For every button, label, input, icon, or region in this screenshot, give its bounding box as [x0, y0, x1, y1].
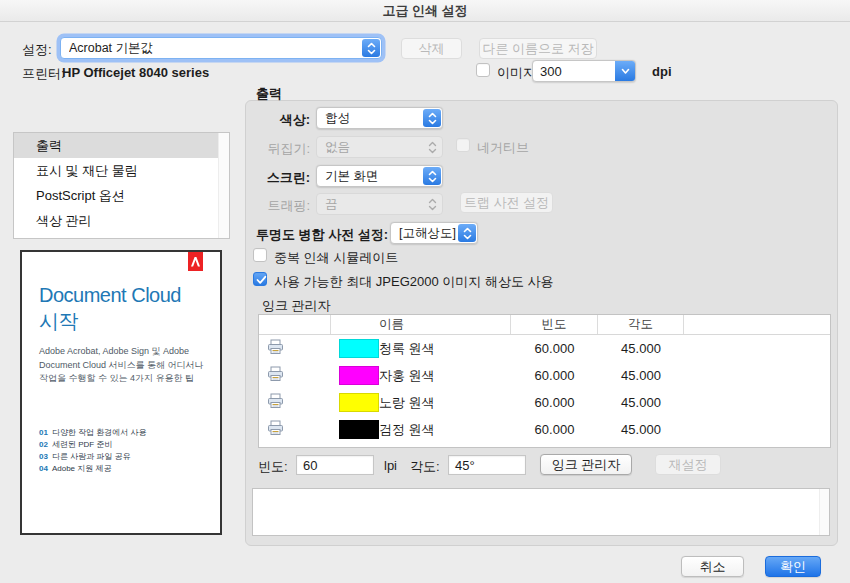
dpi-combo-value: 300 [533, 61, 615, 81]
flip-label: 뒤집기: [255, 140, 310, 158]
frequency-unit-label: lpi [384, 458, 397, 473]
sidebar-item-output[interactable]: 출력 [14, 133, 229, 158]
printer-name: HP Officejet 8040 series [62, 65, 209, 80]
ink-table: 이름 빈도 각도 청록 원색 60.000 45.000 자홍 원색 60.00… [258, 314, 831, 448]
scrollbar-track [819, 489, 829, 535]
ink-name: 노랑 원색 [379, 394, 435, 412]
screen-label: 스크린: [255, 169, 310, 187]
chevron-up-down-icon [428, 194, 437, 214]
flip-popup-value: 없음 [325, 139, 442, 156]
negative-label: 네거티브 [477, 139, 529, 157]
preview-body-text: Adobe Acrobat, Adobe Sign 및 Adobe Docume… [39, 345, 204, 386]
output-group-label: 출력 [256, 85, 282, 103]
frequency-label: 빈도: [258, 458, 288, 476]
ink-table-header-name: 이름 [331, 315, 511, 334]
sidebar-item-color-management[interactable]: 색상 관리 [14, 208, 229, 233]
ink-color-swatch [339, 420, 379, 439]
ink-color-swatch [339, 339, 379, 358]
ink-angle: 45.000 [598, 422, 684, 437]
trapping-popup-value: 끔 [325, 196, 442, 213]
description-box [252, 488, 830, 536]
ink-table-header: 이름 빈도 각도 [259, 315, 830, 335]
printer-label: 프린터: [22, 65, 65, 83]
settings-popup[interactable]: Acrobat 기본값 [60, 37, 382, 59]
angle-input[interactable]: 45° [448, 455, 526, 475]
save-as-button: 다른 이름으로 저장 [479, 38, 597, 59]
ink-table-header-frequency: 빈도 [511, 315, 598, 334]
ink-row-cyan[interactable]: 청록 원색 60.000 45.000 [259, 335, 830, 362]
chevron-up-down-icon [362, 39, 380, 57]
frequency-input[interactable]: 60 [296, 455, 374, 475]
printer-icon[interactable] [267, 420, 284, 439]
ink-row-black[interactable]: 검정 원색 60.000 45.000 [259, 416, 830, 443]
ink-name: 검정 원색 [379, 421, 435, 439]
document-preview: Document Cloud 시작 Adobe Acrobat, Adobe S… [20, 250, 222, 535]
trapping-label: 트래핑: [255, 197, 310, 215]
preview-tips-list: 01다양한 작업 환경에서 사용 02세련된 PDF 준비 03다른 사람과 파… [39, 427, 147, 475]
ink-table-header-icon-col [259, 315, 331, 334]
simulate-overprint-checkbox[interactable] [253, 248, 267, 262]
printer-icon[interactable] [267, 393, 284, 412]
dpi-combo[interactable]: 300 [532, 60, 636, 82]
settings-popup-value: Acrobat 기본값 [69, 40, 381, 57]
ink-frequency: 60.000 [511, 395, 598, 410]
trapping-popup: 끔 [316, 193, 443, 215]
ink-name: 자홍 원색 [379, 367, 435, 385]
screen-popup[interactable]: 기본 화면 [316, 165, 443, 187]
negative-checkbox [456, 138, 470, 152]
ink-name: 청록 원색 [379, 340, 435, 358]
flattener-preset-popup[interactable]: [고해상도] [390, 222, 478, 244]
printer-icon[interactable] [267, 366, 284, 385]
trap-preset-button: 트랩 사전 설정 [460, 192, 553, 213]
settings-label: 설정: [22, 41, 52, 59]
advanced-print-settings-dialog: 고급 인쇄 설정 설정: Acrobat 기본값 삭제 다른 이름으로 저장 프… [0, 0, 850, 583]
cancel-button[interactable]: 취소 [681, 556, 744, 577]
flattener-preset-label: 투명도 병합 사전 설정: [256, 226, 388, 244]
titlebar: 고급 인쇄 설정 [0, 0, 850, 22]
ink-angle: 45.000 [598, 395, 684, 410]
ok-button[interactable]: 확인 [765, 556, 821, 577]
ink-table-header-filler [684, 315, 830, 334]
reset-button: 재설정 [655, 454, 721, 475]
chevron-up-down-icon [423, 167, 441, 185]
sidebar-item-postscript-options[interactable]: PostScript 옵션 [14, 183, 229, 208]
dialog-title: 고급 인쇄 설정 [382, 2, 467, 20]
scrollbar-track [218, 133, 229, 238]
printer-icon[interactable] [267, 339, 284, 358]
ink-table-header-angle: 각도 [598, 315, 684, 334]
ink-manager-section-label: 잉크 관리자 [262, 297, 331, 315]
ink-manager-button[interactable]: 잉크 관리자 [540, 454, 632, 475]
ink-frequency: 60.000 [511, 368, 598, 383]
ink-frequency: 60.000 [511, 341, 598, 356]
jpeg2000-label: 사용 가능한 최대 JPEG2000 이미지 해상도 사용 [274, 273, 554, 291]
print-as-image-checkbox[interactable] [476, 63, 490, 77]
angle-label: 각도: [410, 458, 440, 476]
color-popup[interactable]: 합성 [316, 107, 443, 129]
ink-angle: 45.000 [598, 341, 684, 356]
delete-button: 삭제 [401, 38, 462, 59]
adobe-logo-icon [188, 252, 203, 271]
ink-row-magenta[interactable]: 자홍 원색 60.000 45.000 [259, 362, 830, 389]
dpi-unit-label: dpi [652, 64, 672, 79]
chevron-down-icon[interactable] [615, 61, 635, 81]
ink-frequency: 60.000 [511, 422, 598, 437]
color-label: 색상: [255, 111, 310, 129]
preview-title: Document Cloud 시작 [39, 282, 181, 334]
chevron-up-down-icon [423, 109, 441, 127]
chevron-up-down-icon [428, 137, 437, 157]
flip-popup: 없음 [316, 136, 443, 158]
sidebar-item-marks-bleeds[interactable]: 표시 및 재단 물림 [14, 158, 229, 183]
simulate-overprint-label: 중복 인쇄 시뮬레이트 [274, 249, 398, 267]
ink-color-swatch [339, 393, 379, 412]
chevron-up-down-icon [458, 224, 476, 242]
settings-category-list: 출력 표시 및 재단 물림 PostScript 옵션 색상 관리 [13, 132, 230, 239]
jpeg2000-checkbox[interactable] [253, 272, 267, 286]
ink-angle: 45.000 [598, 368, 684, 383]
ink-color-swatch [339, 366, 379, 385]
ink-row-yellow[interactable]: 노랑 원색 60.000 45.000 [259, 389, 830, 416]
